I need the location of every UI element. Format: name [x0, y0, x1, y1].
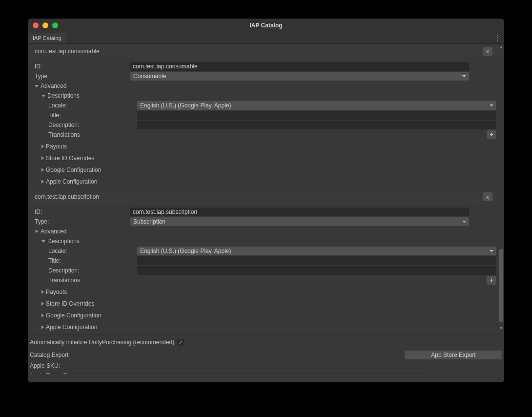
maximize-icon[interactable] [52, 22, 58, 28]
chevron-down-icon [35, 85, 39, 87]
payouts-label: Payouts [46, 289, 67, 295]
chevron-down-icon [41, 240, 45, 243]
product-consumable: com.test.iap.consumable x ID: Type: Cons… [28, 44, 498, 189]
google-config-label: Google Configuration [46, 312, 101, 319]
payouts-foldout[interactable]: Payouts [28, 142, 498, 151]
google-config-foldout[interactable]: Google Configuration [28, 165, 498, 175]
locale-label: Locale: [48, 102, 137, 109]
advanced-label: Advanced [41, 83, 66, 89]
scroll-up-icon[interactable]: ▲ [498, 44, 504, 50]
advanced-foldout[interactable]: Advanced [28, 227, 498, 236]
descriptions-foldout[interactable]: Descriptions [28, 91, 498, 101]
locale-label: Locale: [48, 248, 137, 254]
product-header-label: com.test.iap.consumable [35, 48, 100, 55]
apple-config-foldout[interactable]: Apple Configuration [28, 177, 498, 187]
id-input[interactable] [130, 62, 469, 71]
title-input[interactable] [137, 256, 496, 265]
advanced-foldout[interactable]: Advanced [28, 81, 498, 91]
id-input[interactable] [130, 208, 469, 216]
apple-config-foldout[interactable]: Apple Configuration [28, 322, 498, 332]
apple-config-label: Apple Configuration [46, 178, 97, 185]
apple-team-id-input[interactable] [28, 374, 428, 382]
minimize-icon[interactable] [42, 22, 48, 28]
remove-product-button[interactable]: x [483, 47, 492, 56]
type-select[interactable]: Subscription [130, 217, 469, 226]
store-id-overrides-label: Store ID Overrides [46, 155, 94, 162]
locale-select[interactable]: English (U.S.) (Google Play, Apple) [137, 247, 496, 255]
description-input[interactable] [137, 266, 496, 275]
product-subscription: com.test.iap.subscription x ID: Type: Su… [28, 189, 498, 332]
chevron-right-icon [41, 168, 44, 172]
scroll-thumb[interactable] [499, 249, 503, 322]
description-label: Description: [48, 122, 137, 128]
product-header: com.test.iap.subscription x [28, 189, 498, 204]
scroll-down-icon[interactable]: ▼ [498, 325, 504, 331]
app-store-export-button[interactable]: App Store Export [405, 351, 502, 359]
google-config-label: Google Configuration [46, 167, 101, 173]
chevron-right-icon [41, 156, 44, 160]
title-input[interactable] [137, 111, 496, 120]
descriptions-label: Descriptions [47, 238, 80, 245]
translations-label: Translations [48, 131, 80, 138]
descriptions-label: Descriptions [47, 92, 80, 99]
titlebar: IAP Catalog [28, 19, 504, 32]
chevron-right-icon [41, 180, 44, 184]
add-translation-button[interactable]: + [487, 130, 496, 139]
locale-select[interactable]: English (U.S.) (Google Play, Apple) [137, 101, 496, 110]
advanced-label: Advanced [41, 228, 66, 235]
scroll-content: com.test.iap.consumable x ID: Type: Cons… [28, 44, 498, 382]
chevron-right-icon [41, 290, 44, 294]
chevron-right-icon [41, 145, 44, 148]
auto-init-checkbox[interactable]: ✓ [177, 339, 184, 346]
vertical-scrollbar[interactable]: ▲ ▼ [498, 44, 504, 382]
catalog-export-label: Catalog Export [30, 352, 68, 358]
description-input[interactable] [137, 121, 496, 129]
tab-bar: IAP Catalog ⋮ [28, 32, 504, 44]
store-id-overrides-foldout[interactable]: Store ID Overrides [28, 299, 498, 309]
remove-product-button[interactable]: x [483, 192, 492, 201]
translations-label: Translations [48, 277, 80, 284]
iap-catalog-window: IAP Catalog IAP Catalog ⋮ com.test.iap.c… [28, 19, 504, 382]
apple-config-label: Apple Configuration [46, 324, 97, 331]
tab-menu-icon[interactable]: ⋮ [493, 34, 501, 42]
product-header: com.test.iap.consumable x [28, 44, 498, 59]
window-title: IAP Catalog [249, 22, 282, 29]
title-label: Title: [48, 257, 137, 264]
content-area: com.test.iap.consumable x ID: Type: Cons… [28, 44, 504, 382]
tab-iap-catalog[interactable]: IAP Catalog [28, 33, 66, 43]
store-id-overrides-foldout[interactable]: Store ID Overrides [28, 153, 498, 163]
footer-panel: Automatically initialize UnityPurchasing… [28, 334, 504, 382]
type-label: Type: [35, 73, 130, 80]
payouts-foldout[interactable]: Payouts [28, 287, 498, 297]
store-id-overrides-label: Store ID Overrides [46, 300, 94, 307]
id-label: ID: [35, 208, 130, 215]
auto-init-label: Automatically initialize UnityPurchasing… [30, 339, 174, 346]
descriptions-foldout[interactable]: Descriptions [28, 236, 498, 246]
description-label: Description: [48, 267, 137, 274]
type-label: Type: [35, 218, 130, 225]
id-label: ID: [35, 63, 130, 70]
payouts-label: Payouts [46, 143, 67, 150]
add-translation-button[interactable]: + [487, 276, 496, 285]
type-select[interactable]: Consumable [130, 72, 469, 81]
window-controls [33, 22, 58, 28]
title-label: Title: [48, 112, 137, 119]
chevron-right-icon [41, 325, 44, 329]
chevron-right-icon [41, 313, 44, 317]
chevron-right-icon [41, 302, 44, 306]
google-config-foldout[interactable]: Google Configuration [28, 311, 498, 320]
chevron-down-icon [41, 95, 45, 97]
close-icon[interactable] [33, 22, 39, 28]
product-header-label: com.test.iap.subscription [35, 193, 99, 200]
apple-sku-label: Apple SKU: [30, 362, 102, 369]
chevron-down-icon [35, 230, 39, 233]
